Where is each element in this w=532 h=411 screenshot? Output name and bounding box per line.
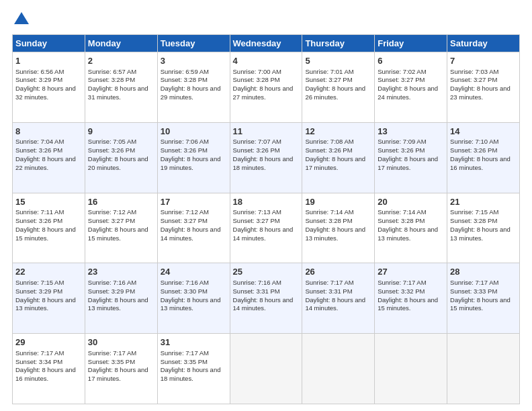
- daylight-text: Daylight: 8 hours and 17 minutes.: [88, 366, 148, 382]
- daylight-text: Daylight: 8 hours and 13 minutes.: [450, 226, 511, 242]
- sunrise-text: Sunrise: 7:06 AM: [161, 138, 209, 145]
- page: SundayMondayTuesdayWednesdayThursdayFrid…: [0, 0, 532, 411]
- day-number: 7: [450, 55, 517, 67]
- sunrise-text: Sunrise: 7:15 AM: [15, 279, 64, 286]
- daylight-text: Daylight: 8 hours and 16 minutes.: [450, 155, 511, 171]
- daylight-text: Daylight: 8 hours and 19 minutes.: [161, 155, 221, 171]
- day-cell-13: 13Sunrise: 7:09 AMSunset: 3:26 PMDayligh…: [375, 122, 447, 193]
- sunrise-text: Sunrise: 6:57 AM: [88, 68, 136, 75]
- sunset-text: Sunset: 3:26 PM: [378, 146, 425, 154]
- sunrise-text: Sunrise: 7:10 AM: [450, 138, 498, 145]
- daylight-text: Daylight: 8 hours and 13 minutes.: [88, 296, 148, 312]
- sunrise-text: Sunrise: 7:05 AM: [88, 138, 136, 145]
- logo-arrow-icon: [14, 12, 29, 24]
- day-number: 19: [305, 196, 371, 208]
- day-number: 25: [233, 266, 300, 278]
- day-number: 1: [15, 55, 82, 67]
- day-number: 16: [88, 196, 154, 208]
- sunset-text: Sunset: 3:32 PM: [378, 287, 425, 295]
- daylight-text: Daylight: 8 hours and 14 minutes.: [305, 296, 365, 312]
- day-number: 8: [15, 126, 82, 138]
- day-cell-16: 16Sunrise: 7:12 AMSunset: 3:27 PMDayligh…: [85, 193, 157, 263]
- sunset-text: Sunset: 3:35 PM: [161, 358, 208, 365]
- daylight-text: Daylight: 8 hours and 24 minutes.: [378, 85, 438, 101]
- daylight-text: Daylight: 8 hours and 13 minutes.: [15, 296, 76, 312]
- sunrise-text: Sunrise: 7:02 AM: [378, 68, 426, 75]
- sunset-text: Sunset: 3:29 PM: [15, 76, 62, 83]
- sunset-text: Sunset: 3:28 PM: [88, 76, 135, 83]
- day-number: 5: [305, 55, 371, 67]
- week-row-5: 29Sunrise: 7:17 AMSunset: 3:34 PMDayligh…: [13, 334, 520, 404]
- day-cell-20: 20Sunrise: 7:14 AMSunset: 3:28 PMDayligh…: [375, 193, 447, 263]
- day-cell-24: 24Sunrise: 7:16 AMSunset: 3:30 PMDayligh…: [157, 263, 230, 334]
- logo: [12, 12, 29, 28]
- day-number: 10: [161, 126, 227, 138]
- weekday-header-friday: Friday: [375, 35, 447, 52]
- weekday-header-saturday: Saturday: [447, 35, 520, 52]
- daylight-text: Daylight: 8 hours and 14 minutes.: [161, 226, 221, 242]
- weekday-header-tuesday: Tuesday: [157, 35, 230, 52]
- daylight-text: Daylight: 8 hours and 15 minutes.: [378, 296, 438, 312]
- day-cell-22: 22Sunrise: 7:15 AMSunset: 3:29 PMDayligh…: [13, 263, 85, 334]
- sunrise-text: Sunrise: 7:09 AM: [378, 138, 426, 145]
- daylight-text: Daylight: 8 hours and 22 minutes.: [15, 155, 76, 171]
- sunset-text: Sunset: 3:31 PM: [305, 287, 352, 295]
- sunrise-text: Sunrise: 7:17 AM: [305, 279, 353, 286]
- daylight-text: Daylight: 8 hours and 16 minutes.: [15, 366, 76, 382]
- day-number: 20: [378, 196, 444, 208]
- sunset-text: Sunset: 3:27 PM: [450, 76, 497, 83]
- day-number: 13: [378, 126, 444, 138]
- sunrise-text: Sunrise: 7:16 AM: [161, 279, 209, 286]
- day-cell-28: 28Sunrise: 7:17 AMSunset: 3:33 PMDayligh…: [447, 263, 520, 334]
- day-cell-6: 6Sunrise: 7:02 AMSunset: 3:27 PMDaylight…: [375, 52, 447, 123]
- daylight-text: Daylight: 8 hours and 29 minutes.: [161, 85, 221, 101]
- sunset-text: Sunset: 3:26 PM: [233, 146, 280, 154]
- week-row-4: 22Sunrise: 7:15 AMSunset: 3:29 PMDayligh…: [13, 263, 520, 334]
- sunset-text: Sunset: 3:27 PM: [378, 76, 425, 83]
- day-number: 3: [161, 55, 227, 67]
- sunset-text: Sunset: 3:26 PM: [161, 146, 208, 154]
- day-number: 9: [88, 126, 154, 138]
- day-cell-15: 15Sunrise: 7:11 AMSunset: 3:26 PMDayligh…: [13, 193, 85, 263]
- day-cell-7: 7Sunrise: 7:03 AMSunset: 3:27 PMDaylight…: [447, 52, 520, 123]
- day-number: 30: [88, 336, 154, 349]
- sunset-text: Sunset: 3:27 PM: [88, 217, 135, 224]
- day-number: 22: [15, 266, 82, 278]
- sunrise-text: Sunrise: 7:17 AM: [88, 349, 136, 357]
- daylight-text: Daylight: 8 hours and 13 minutes.: [378, 226, 438, 242]
- day-cell-5: 5Sunrise: 7:01 AMSunset: 3:27 PMDaylight…: [302, 52, 375, 123]
- sunset-text: Sunset: 3:35 PM: [88, 358, 135, 365]
- day-number: 18: [233, 196, 300, 208]
- daylight-text: Daylight: 8 hours and 15 minutes.: [15, 226, 76, 242]
- day-cell-10: 10Sunrise: 7:06 AMSunset: 3:26 PMDayligh…: [157, 122, 230, 193]
- week-row-3: 15Sunrise: 7:11 AMSunset: 3:26 PMDayligh…: [13, 193, 520, 263]
- day-number: 14: [450, 126, 517, 138]
- sunrise-text: Sunrise: 7:16 AM: [88, 279, 136, 286]
- sunset-text: Sunset: 3:28 PM: [450, 217, 497, 224]
- sunset-text: Sunset: 3:29 PM: [88, 287, 135, 295]
- day-number: 31: [161, 336, 227, 349]
- day-cell-9: 9Sunrise: 7:05 AMSunset: 3:26 PMDaylight…: [85, 122, 157, 193]
- daylight-text: Daylight: 8 hours and 20 minutes.: [88, 155, 148, 171]
- sunset-text: Sunset: 3:26 PM: [15, 217, 62, 224]
- calendar-table: SundayMondayTuesdayWednesdayThursdayFrid…: [12, 34, 520, 404]
- daylight-text: Daylight: 8 hours and 15 minutes.: [88, 226, 148, 242]
- day-number: 29: [15, 336, 82, 349]
- weekday-header-sunday: Sunday: [13, 35, 85, 52]
- sunrise-text: Sunrise: 7:12 AM: [161, 208, 209, 216]
- weekday-header-wednesday: Wednesday: [230, 35, 302, 52]
- daylight-text: Daylight: 8 hours and 18 minutes.: [161, 366, 221, 382]
- day-cell-3: 3Sunrise: 6:59 AMSunset: 3:28 PMDaylight…: [157, 52, 230, 123]
- daylight-text: Daylight: 8 hours and 32 minutes.: [15, 85, 76, 101]
- day-number: 4: [233, 55, 300, 67]
- sunrise-text: Sunrise: 7:16 AM: [233, 279, 281, 286]
- sunset-text: Sunset: 3:31 PM: [233, 287, 280, 295]
- day-number: 23: [88, 266, 154, 278]
- day-number: 12: [305, 126, 371, 138]
- sunset-text: Sunset: 3:27 PM: [305, 76, 352, 83]
- sunrise-text: Sunrise: 7:15 AM: [450, 208, 498, 216]
- sunrise-text: Sunrise: 6:59 AM: [161, 68, 209, 75]
- daylight-text: Daylight: 8 hours and 31 minutes.: [88, 85, 148, 101]
- week-row-2: 8Sunrise: 7:04 AMSunset: 3:26 PMDaylight…: [13, 122, 520, 193]
- daylight-text: Daylight: 8 hours and 26 minutes.: [305, 85, 365, 101]
